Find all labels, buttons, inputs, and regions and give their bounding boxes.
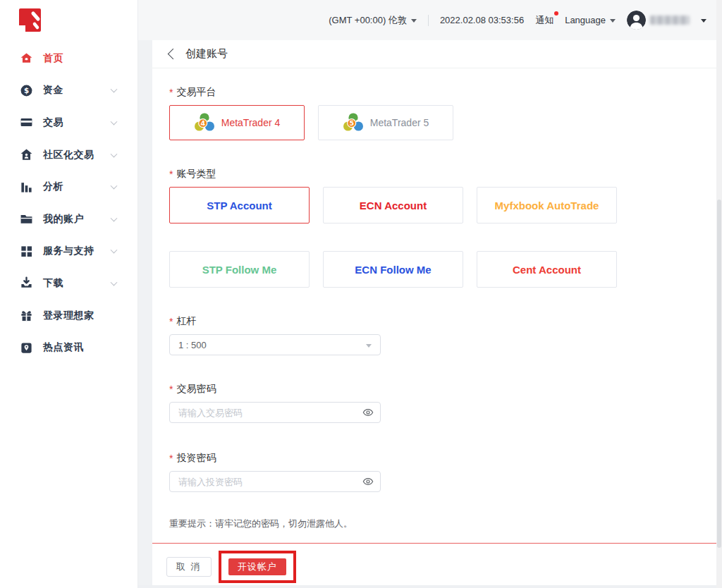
caret-down-icon — [411, 19, 417, 23]
notifications-button[interactable]: 通知 — [535, 14, 553, 27]
sidebar: 首页 $ 资金 交易 社区化交易 — [0, 0, 138, 588]
datetime-display: 2022.02.08 03:53:56 — [440, 15, 524, 25]
avatar — [627, 11, 646, 30]
chevron-down-icon — [111, 214, 118, 221]
sidebar-item-label: 我的账户 — [43, 213, 84, 226]
sidebar-item-label: 社区化交易 — [43, 149, 94, 161]
chevron-down-icon — [111, 247, 118, 254]
community-icon — [20, 148, 33, 161]
home-icon — [20, 51, 33, 65]
account-type-myfxbook[interactable]: Myfxbook AutoTrade — [477, 187, 617, 223]
notifications-label: 通知 — [535, 15, 553, 25]
cancel-button[interactable]: 取 消 — [166, 557, 212, 577]
timezone-label: (GMT +00:00) 伦敦 — [329, 14, 407, 27]
platform-option-mt4[interactable]: 4 MetaTrader 4 — [169, 105, 305, 140]
page-header-back[interactable]: 创建账号 — [152, 40, 716, 68]
eye-icon[interactable] — [362, 476, 374, 487]
chevron-down-icon — [111, 150, 118, 157]
chevron-down-icon — [111, 279, 118, 286]
create-account-panel: 创建账号 * 交易平台 4 — [152, 40, 716, 585]
svg-text:5: 5 — [349, 119, 354, 127]
form-actions: 取 消 开设帐户 — [166, 551, 699, 583]
language-selector[interactable]: Language — [565, 15, 616, 25]
account-type-row-2: STP Follow Me ECN Follow Me Cent Account — [169, 251, 699, 288]
sidebar-item-funds[interactable]: $ 资金 — [0, 75, 137, 107]
topbar-divider — [428, 15, 429, 26]
sidebar-item-label: 分析 — [43, 180, 63, 193]
trade-password-input[interactable] — [169, 402, 381, 423]
content-gutter — [138, 40, 152, 588]
sidebar-nav: 首页 $ 资金 交易 社区化交易 — [0, 42, 137, 364]
sidebar-item-label: 登录理想家 — [43, 310, 94, 322]
sidebar-item-my-account[interactable]: 我的账户 — [0, 203, 137, 235]
sidebar-item-support[interactable]: 服务与支持 — [0, 235, 137, 268]
create-account-form: * 交易平台 4 MetaTrader 4 — [152, 85, 716, 583]
sidebar-item-hot-news[interactable]: 热点资讯 — [0, 331, 137, 364]
topbar: (GMT +00:00) 伦敦 2022.02.08 03:53:56 通知 L… — [138, 0, 722, 40]
sidebar-item-analysis[interactable]: 分析 — [0, 171, 137, 203]
sidebar-item-label: 下载 — [43, 277, 63, 290]
invest-password-input[interactable] — [169, 471, 381, 492]
sidebar-item-home[interactable]: 首页 — [0, 42, 137, 75]
account-type-cent[interactable]: Cent Account — [477, 251, 617, 288]
required-asterisk: * — [169, 384, 173, 395]
page-title: 创建账号 — [185, 47, 228, 61]
sidebar-item-trade[interactable]: 交易 — [0, 106, 137, 139]
dollar-icon: $ — [20, 84, 33, 97]
chevron-down-icon — [111, 86, 118, 93]
leverage-value: 1 : 500 — [178, 340, 207, 350]
caret-down-icon — [610, 19, 616, 23]
chevron-down-icon — [111, 183, 118, 190]
trade-password-wrap — [169, 402, 381, 423]
caret-down-icon — [366, 344, 372, 348]
trade-password-label: * 交易密码 — [169, 382, 699, 396]
account-type-ecn-follow[interactable]: ECN Follow Me — [323, 251, 463, 288]
user-name-redacted — [650, 16, 690, 25]
account-type-row-1: STP Account ECN Account Myfxbook AutoTra… — [169, 187, 699, 223]
sidebar-item-label: 首页 — [43, 52, 63, 65]
sidebar-item-label: 交易 — [43, 116, 63, 129]
scrollbar-thumb[interactable] — [717, 200, 721, 548]
required-asterisk: * — [169, 316, 173, 327]
download-icon — [20, 276, 33, 290]
news-pin-icon — [20, 341, 33, 355]
bottom-strip — [138, 585, 722, 588]
account-type-ecn[interactable]: ECN Account — [323, 187, 463, 223]
folder-icon — [20, 212, 33, 226]
account-type-label: * 账号类型 — [169, 167, 699, 181]
invest-password-label: * 投资密码 — [169, 451, 699, 465]
user-menu[interactable] — [627, 11, 690, 30]
brand-logo[interactable] — [19, 8, 42, 33]
sidebar-item-label: 服务与支持 — [43, 245, 94, 257]
account-type-stp[interactable]: STP Account — [169, 187, 310, 223]
user-menu-caret-icon[interactable] — [701, 19, 706, 23]
grid-icon — [20, 245, 33, 258]
bar-chart-icon — [20, 180, 33, 194]
platform-option-mt5[interactable]: 5 MetaTrader 5 — [318, 105, 453, 140]
sidebar-item-idealhome-login[interactable]: 登录理想家 — [0, 300, 137, 332]
platform-option-label: MetaTrader 4 — [221, 117, 281, 128]
svg-text:4: 4 — [200, 119, 205, 127]
scrollbar-track[interactable] — [716, 0, 722, 588]
required-asterisk: * — [169, 169, 173, 180]
svg-text:$: $ — [24, 86, 29, 94]
open-account-button[interactable]: 开设帐户 — [228, 558, 286, 575]
required-asterisk: * — [169, 87, 173, 98]
platform-label: * 交易平台 — [169, 85, 699, 99]
sidebar-item-community-trade[interactable]: 社区化交易 — [0, 139, 137, 171]
invest-password-wrap — [169, 471, 381, 492]
account-type-stp-follow[interactable]: STP Follow Me — [169, 251, 310, 288]
timezone-selector[interactable]: (GMT +00:00) 伦敦 — [329, 14, 417, 27]
brand-logo-icon — [19, 8, 42, 33]
eye-icon[interactable] — [362, 407, 374, 418]
platform-option-label: MetaTrader 5 — [370, 117, 429, 128]
click-highlight-annotation: 开设帐户 — [219, 551, 296, 583]
sidebar-item-download[interactable]: 下载 — [0, 267, 137, 300]
leverage-select[interactable]: 1 : 500 — [169, 334, 381, 355]
back-chevron-icon — [168, 49, 179, 60]
footer-red-divider — [152, 543, 716, 544]
metatrader-logo-icon: 4 — [194, 112, 215, 133]
language-label: Language — [565, 15, 606, 25]
notification-badge-dot — [554, 11, 558, 16]
metatrader-logo-icon: 5 — [343, 112, 364, 133]
